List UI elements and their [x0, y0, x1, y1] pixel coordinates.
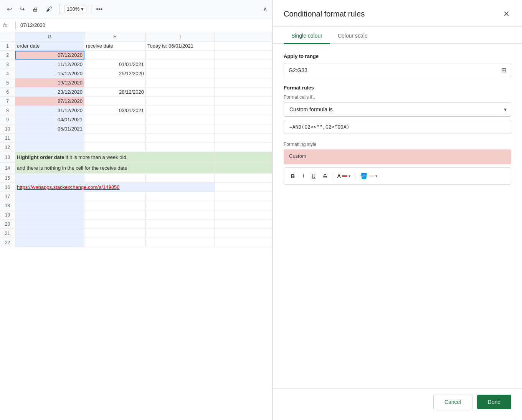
cell-i3[interactable]: [146, 60, 215, 69]
cell-g21[interactable]: [15, 229, 84, 238]
redo-button[interactable]: ↪: [17, 4, 27, 14]
cell-g1[interactable]: order date: [15, 41, 84, 50]
cell-i22[interactable]: [146, 238, 215, 247]
formula-type-select[interactable]: Custom formula is Is empty Is not empty …: [284, 102, 511, 117]
zoom-value: 100%: [67, 6, 79, 12]
cell-g22[interactable]: [15, 238, 84, 247]
cell-g6[interactable]: 23/12/2020: [15, 88, 84, 96]
cell-g2[interactable]: 07/12/2020: [15, 51, 84, 60]
cell-g10[interactable]: 05/01/2021: [15, 124, 84, 133]
cell-h12[interactable]: [84, 143, 146, 152]
cell-h6[interactable]: 28/12/2020: [84, 88, 146, 96]
cell-g3[interactable]: 11/12/2020: [15, 60, 84, 69]
bold-button[interactable]: B: [288, 172, 298, 181]
cell-h11[interactable]: [84, 134, 146, 142]
underline-button[interactable]: U: [309, 172, 319, 181]
panel-close-button[interactable]: ✕: [502, 8, 511, 20]
cell-g9[interactable]: 04/01/2021: [15, 115, 84, 124]
cell-i7[interactable]: [146, 97, 215, 106]
cell-i2[interactable]: [146, 51, 215, 60]
cell-i18[interactable]: [146, 201, 215, 210]
cell-h5[interactable]: [84, 78, 146, 87]
cell-i1[interactable]: Today is: 06/01/2021: [146, 41, 215, 50]
italic-button[interactable]: I: [299, 172, 307, 181]
cell-h10[interactable]: [84, 124, 146, 133]
cell-i15[interactable]: [146, 174, 215, 182]
cell-h18[interactable]: [84, 201, 146, 210]
row-number: 6: [0, 88, 15, 96]
row-number: 7: [0, 97, 15, 106]
cell-i21[interactable]: [146, 229, 215, 238]
cell-g13[interactable]: Highlight order date if it is more than …: [15, 152, 215, 162]
cell-rest-22: [215, 238, 272, 247]
col-header-i: I: [146, 32, 215, 41]
cell-rest-9: [215, 115, 272, 124]
cell-h1[interactable]: receive date: [84, 41, 146, 50]
fill-color-button[interactable]: 🪣 ▾: [358, 171, 380, 181]
row-number: 21: [0, 229, 15, 238]
cell-g19[interactable]: [15, 210, 84, 219]
cell-h15[interactable]: [84, 174, 146, 182]
cell-i6[interactable]: [146, 88, 215, 96]
cell-h4[interactable]: 25/12/2020: [84, 69, 146, 78]
cell-rest-5: [215, 78, 272, 87]
cell-h2[interactable]: [84, 51, 146, 60]
cell-g20[interactable]: [15, 220, 84, 228]
cell-h22[interactable]: [84, 238, 146, 247]
cell-h8[interactable]: 03/01/2021: [84, 106, 146, 115]
range-input[interactable]: [289, 67, 501, 73]
formula-bar-value[interactable]: 07/12/2020: [19, 21, 47, 29]
cell-i19[interactable]: [146, 210, 215, 219]
collapse-button[interactable]: ∧: [263, 5, 268, 13]
print-button[interactable]: 🖨: [30, 4, 41, 14]
cell-i17[interactable]: [146, 192, 215, 201]
cell-h21[interactable]: [84, 229, 146, 238]
sheet-grid: G H I 1 order date receive date Today is…: [0, 32, 272, 420]
cell-g18[interactable]: [15, 201, 84, 210]
tab-colour-scale[interactable]: Colour scale: [330, 26, 375, 43]
font-color-button[interactable]: A ▾: [335, 172, 352, 181]
cancel-button[interactable]: Cancel: [433, 395, 472, 409]
row-number: 13: [0, 152, 15, 162]
cell-g12[interactable]: [15, 143, 84, 152]
formula-input[interactable]: [284, 120, 511, 134]
cell-i4[interactable]: [146, 69, 215, 78]
cell-i12[interactable]: [146, 143, 215, 152]
cell-i20[interactable]: [146, 220, 215, 228]
toolbar-divider: [59, 5, 59, 14]
cell-i10[interactable]: [146, 124, 215, 133]
cell-g8[interactable]: 31/12/2020: [15, 106, 84, 115]
row-number: 19: [0, 210, 15, 219]
cell-h20[interactable]: [84, 220, 146, 228]
undo-button[interactable]: ↩: [5, 4, 14, 14]
cell-i11[interactable]: [146, 134, 215, 142]
cell-g11[interactable]: [15, 134, 84, 142]
fill-color-dropdown-arrow[interactable]: ▾: [375, 174, 377, 178]
cell-g17[interactable]: [15, 192, 84, 201]
more-options-button[interactable]: •••: [96, 6, 102, 13]
cell-g7[interactable]: 27/12/2020: [15, 97, 84, 106]
cell-g15[interactable]: [15, 174, 84, 182]
cell-h3[interactable]: 01/01/2021: [84, 60, 146, 69]
cell-i9[interactable]: [146, 115, 215, 124]
cell-h17[interactable]: [84, 192, 146, 201]
cell-i5[interactable]: [146, 78, 215, 87]
format-paint-button[interactable]: 🖌: [44, 4, 55, 14]
cell-h9[interactable]: [84, 115, 146, 124]
tab-single-colour[interactable]: Single colour: [284, 26, 330, 43]
cell-h7[interactable]: [84, 97, 146, 106]
cell-g5[interactable]: 19/12/2020: [15, 78, 84, 87]
zoom-control[interactable]: 100% ▾: [64, 5, 86, 13]
cell-g14[interactable]: and there is nothing in the cell for the…: [15, 163, 215, 173]
table-row: 7 27/12/2020: [0, 97, 272, 106]
cell-i8[interactable]: [146, 106, 215, 115]
grid-select-icon[interactable]: ⊞: [501, 66, 506, 74]
cell-g4[interactable]: 15/12/2020: [15, 69, 84, 78]
cell-rest-14: [215, 163, 272, 173]
strikethrough-button[interactable]: S: [320, 172, 330, 181]
font-color-dropdown-arrow[interactable]: ▾: [349, 174, 350, 178]
cell-g16[interactable]: https://webapps.stackexchange.com/a/1498…: [15, 183, 215, 192]
cell-rest-3: [215, 60, 272, 69]
done-button[interactable]: Done: [477, 395, 511, 409]
cell-h19[interactable]: [84, 210, 146, 219]
